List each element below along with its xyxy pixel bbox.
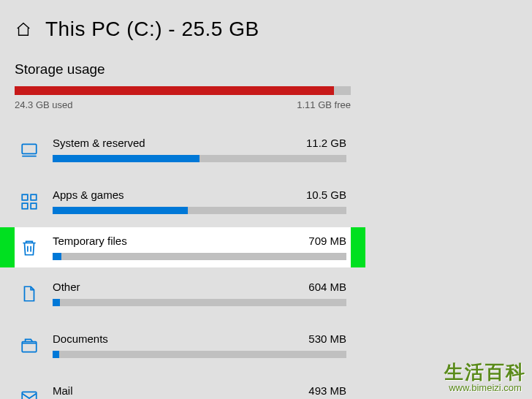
category-size: 604 MB [308, 281, 346, 293]
watermark-url: www.bimeizi.com [444, 383, 526, 393]
category-name: Apps & games [53, 189, 124, 201]
svg-rect-0 [22, 144, 37, 153]
category-size: 709 MB [308, 235, 346, 247]
category-name: Temporary files [53, 235, 127, 247]
svg-rect-3 [22, 203, 28, 209]
category-name: System & reserved [53, 137, 145, 149]
category-name: Mail [53, 384, 73, 397]
category-other[interactable]: Other604 MB [0, 267, 365, 319]
overall-usage-bar [15, 86, 351, 95]
category-trash[interactable]: Temporary files709 MB [0, 227, 365, 267]
free-label: 1.11 GB free [297, 99, 351, 110]
category-name: Other [53, 281, 80, 293]
mail-icon [19, 387, 39, 400]
category-size: 493 MB [308, 384, 346, 397]
category-bar-fill [53, 351, 59, 358]
category-bar [53, 253, 346, 260]
category-size: 530 MB [308, 332, 346, 345]
overall-usage-fill [15, 86, 334, 95]
category-size: 11.2 GB [306, 137, 346, 149]
apps-icon [19, 191, 39, 212]
category-name: Documents [53, 332, 108, 345]
category-documents[interactable]: Documents530 MB [0, 319, 365, 371]
category-bar-fill [53, 299, 60, 306]
category-bar [53, 299, 346, 306]
category-mail[interactable]: Mail493 MB [0, 371, 365, 399]
home-icon[interactable] [15, 20, 32, 38]
system-icon [19, 140, 39, 160]
category-bar [53, 207, 346, 214]
trash-icon [19, 238, 39, 258]
category-bar-fill [53, 253, 61, 260]
svg-rect-4 [31, 203, 37, 209]
category-list: System & reserved11.2 GBApps & games10.5… [0, 123, 532, 399]
overall-usage: 24.3 GB used 1.11 GB free [0, 86, 365, 110]
category-system[interactable]: System & reserved11.2 GB [0, 123, 365, 175]
documents-icon [19, 335, 39, 356]
category-bar [53, 155, 346, 162]
watermark-text: 生活百科 [444, 362, 526, 383]
category-bar-fill [53, 207, 188, 214]
category-size: 10.5 GB [306, 189, 346, 201]
category-bar-fill [53, 155, 200, 162]
category-bar [53, 351, 346, 358]
other-icon [19, 284, 39, 304]
page-title: This PC (C:) - 25.5 GB [45, 18, 259, 41]
watermark: 生活百科 www.bimeizi.com [444, 362, 526, 393]
used-label: 24.3 GB used [15, 99, 73, 110]
category-apps[interactable]: Apps & games10.5 GB [0, 175, 365, 227]
svg-rect-1 [22, 194, 28, 200]
svg-rect-2 [31, 194, 37, 200]
section-title: Storage usage [0, 48, 532, 86]
